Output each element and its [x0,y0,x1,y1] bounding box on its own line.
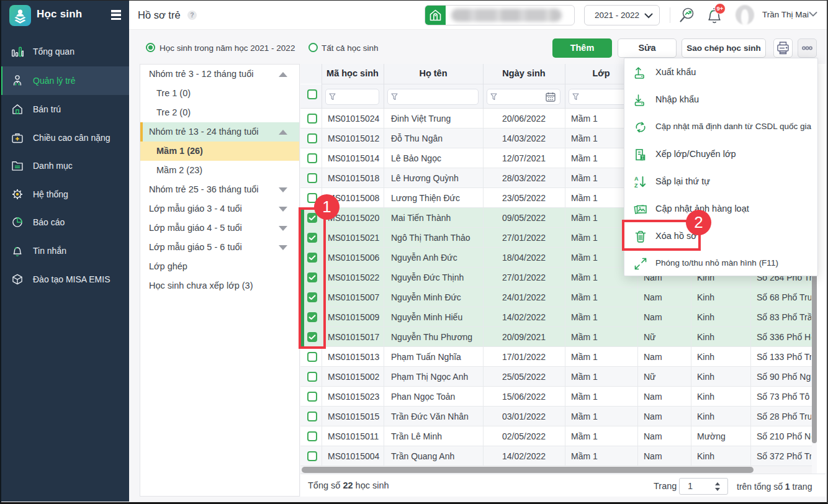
svg-text:A: A [634,176,639,182]
svg-text:Z: Z [634,182,638,189]
